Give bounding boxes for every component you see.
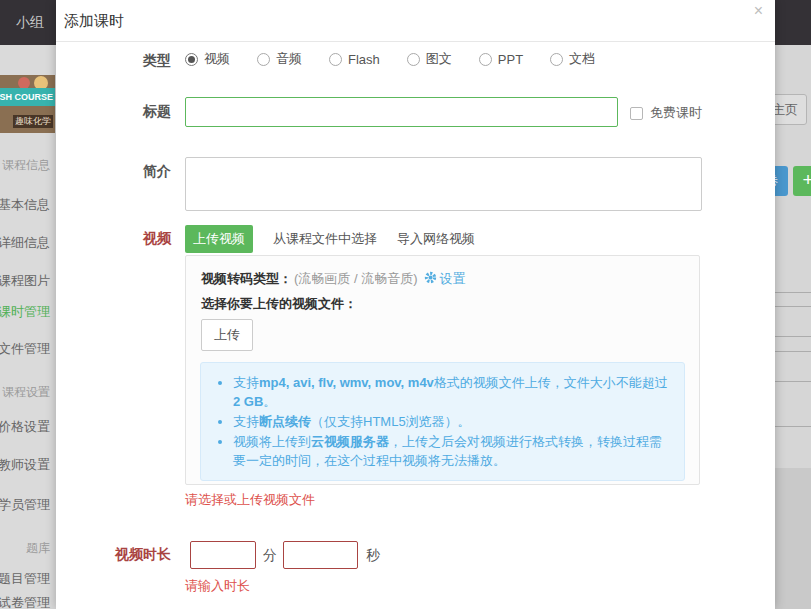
radio-label: 音频 xyxy=(276,50,302,68)
sidebar-item[interactable]: 课时管理 xyxy=(0,303,50,321)
table-divider xyxy=(775,292,811,293)
page-left-strip: 小组 FLASH COURSE 趣味化学 课程信息基本信息详细信息课程图片课时管… xyxy=(0,0,56,609)
sidebar-item[interactable]: 价格设置 xyxy=(0,418,50,436)
type-radio-group: 视频音频Flash图文PPT文档 xyxy=(185,50,622,68)
course-thumbnail: FLASH COURSE 趣味化学 xyxy=(0,75,55,133)
duration-seconds-unit: 秒 xyxy=(366,547,380,565)
video-source-tabs: 上传视频从课程文件中选择导入网络视频 xyxy=(185,225,495,253)
upload-button[interactable]: 上传 xyxy=(201,319,253,351)
free-lesson-checkbox[interactable] xyxy=(630,107,643,120)
gear-icon[interactable] xyxy=(424,271,437,287)
sidebar-item[interactable]: 教师设置 xyxy=(0,456,50,474)
intro-label: 简介 xyxy=(56,163,171,181)
upload-panel: 视频转码类型： (流畅画质 / 流畅音质) 设置 选择你要上传的视频文件： 上传… xyxy=(185,255,700,485)
radio-label: 文档 xyxy=(569,50,595,68)
video-label: 视频 xyxy=(56,230,171,248)
upload-tip: 支持mp4, avi, flv, wmv, mov, m4v格式的视频文件上传，… xyxy=(233,373,672,411)
radio-icon[interactable] xyxy=(329,53,342,66)
add-lesson-modal: 添加课时 × 类型 视频音频Flash图文PPT文档 标题 免费课时 简介 视频… xyxy=(56,0,775,609)
free-lesson-label: 免费课时 xyxy=(650,104,702,122)
sidebar-section-header: 题库 xyxy=(26,540,50,557)
sidebar-item[interactable]: 学员管理 xyxy=(0,496,50,514)
type-radio-option[interactable]: 音频 xyxy=(257,50,302,68)
table-divider xyxy=(775,426,811,427)
transcode-line: 视频转码类型： (流畅画质 / 流畅音质) 设置 xyxy=(201,270,466,288)
modal-title: 添加课时 xyxy=(64,0,124,41)
table-divider xyxy=(775,351,811,352)
thumb-caption: 趣味化学 xyxy=(13,115,53,128)
type-radio-option[interactable]: Flash xyxy=(329,52,380,67)
table-divider xyxy=(775,381,811,382)
duration-label: 视频时长 xyxy=(56,546,171,564)
duration-seconds-input[interactable] xyxy=(283,541,358,569)
type-radio-option[interactable]: 图文 xyxy=(407,50,452,68)
top-navbar-right xyxy=(775,0,811,45)
table-divider xyxy=(775,336,811,337)
table-divider xyxy=(775,306,811,307)
modal-header: 添加课时 × xyxy=(56,0,775,42)
duration-minutes-unit: 分 xyxy=(263,547,277,565)
title-label: 标题 xyxy=(56,103,171,121)
intro-textarea[interactable] xyxy=(185,157,702,211)
add-button[interactable]: + xyxy=(793,166,811,196)
video-error-text: 请选择或上传视频文件 xyxy=(185,491,315,509)
type-radio-option[interactable]: 文档 xyxy=(550,50,595,68)
upload-tips-box: 支持mp4, avi, flv, wmv, mov, m4v格式的视频文件上传，… xyxy=(200,362,685,481)
radio-icon[interactable] xyxy=(479,53,492,66)
page-lower-area xyxy=(775,468,811,609)
paper-button[interactable]: 试卷 xyxy=(775,166,788,196)
transcode-value: (流畅画质 / 流畅音质) xyxy=(294,270,418,288)
video-tab[interactable]: 从课程文件中选择 xyxy=(273,225,377,253)
sidebar-item[interactable]: 课程图片 xyxy=(0,272,50,290)
close-icon[interactable]: × xyxy=(754,3,763,19)
radio-label: 图文 xyxy=(426,50,452,68)
thumb-banner-text: FLASH COURSE xyxy=(0,88,55,106)
upload-tip: 视频将上传到云视频服务器，上传之后会对视频进行格式转换，转换过程需要一定的时间，… xyxy=(233,432,672,470)
video-tab[interactable]: 导入网络视频 xyxy=(397,225,475,253)
title-input[interactable] xyxy=(185,97,618,127)
sidebar-item[interactable]: 题目管理 xyxy=(0,570,50,588)
radio-label: PPT xyxy=(498,52,523,67)
page-right-strip: 课程主页 试卷 + xyxy=(775,0,811,609)
course-home-button[interactable]: 课程主页 xyxy=(775,94,807,125)
nav-item-groups[interactable]: 小组 xyxy=(16,0,44,45)
type-radio-option[interactable]: 视频 xyxy=(185,50,230,68)
screen: 小组 FLASH COURSE 趣味化学 课程信息基本信息详细信息课程图片课时管… xyxy=(0,0,811,609)
transcode-label: 视频转码类型： xyxy=(201,270,292,288)
radio-icon[interactable] xyxy=(257,53,270,66)
type-radio-option[interactable]: PPT xyxy=(479,52,523,67)
sidebar-item[interactable]: 文件管理 xyxy=(0,340,50,358)
sidebar-section-header: 课程信息 xyxy=(2,157,50,174)
type-label: 类型 xyxy=(56,52,171,70)
sidebar-item[interactable]: 试卷管理 xyxy=(0,594,50,609)
duration-error-text: 请输入时长 xyxy=(185,577,250,595)
radio-icon[interactable] xyxy=(407,53,420,66)
duration-minutes-input[interactable] xyxy=(190,541,256,569)
video-tab[interactable]: 上传视频 xyxy=(185,225,253,253)
choose-file-label: 选择你要上传的视频文件： xyxy=(201,295,357,313)
radio-label: Flash xyxy=(348,52,380,67)
transcode-settings-link[interactable]: 设置 xyxy=(440,270,466,288)
sidebar-section-header: 课程设置 xyxy=(2,384,50,401)
top-navbar-left: 小组 xyxy=(0,0,56,45)
sidebar-item[interactable]: 详细信息 xyxy=(0,234,50,252)
upload-tip: 支持断点续传（仅支持HTML5浏览器）。 xyxy=(233,412,672,431)
radio-icon[interactable] xyxy=(550,53,563,66)
sidebar-item[interactable]: 基本信息 xyxy=(0,196,50,214)
radio-label: 视频 xyxy=(204,50,230,68)
radio-icon[interactable] xyxy=(185,53,198,66)
